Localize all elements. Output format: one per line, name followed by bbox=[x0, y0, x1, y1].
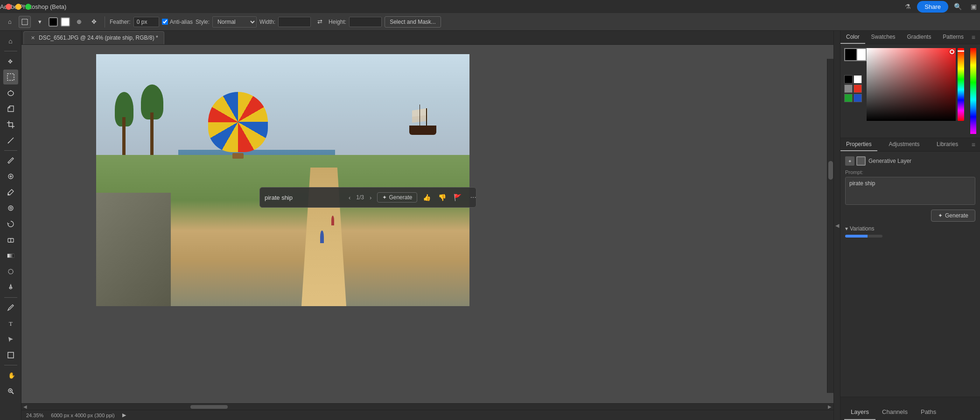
next-variation-button[interactable]: › bbox=[368, 193, 373, 202]
rect-select-tool[interactable] bbox=[3, 70, 18, 84]
wand-small-icon: ✦ bbox=[845, 156, 854, 166]
tab-libraries[interactable]: Libraries bbox=[931, 138, 964, 151]
prompt-textarea[interactable]: pirate ship bbox=[845, 177, 975, 205]
blur-tool[interactable] bbox=[3, 264, 18, 279]
move-tool[interactable]: ✥ bbox=[3, 54, 18, 69]
status-arrow[interactable]: ▶ bbox=[122, 412, 126, 418]
measure-tool[interactable] bbox=[3, 133, 18, 148]
saturation-value-gradient[interactable] bbox=[867, 48, 956, 121]
workspace[interactable]: ‹ 1/3 › ✦ Generate 👍 👎 🚩 ··· bbox=[21, 45, 833, 403]
background-color[interactable] bbox=[61, 17, 70, 27]
mini-swatch-gray[interactable] bbox=[844, 84, 853, 93]
more-options-button[interactable]: ··· bbox=[467, 192, 479, 203]
tab-layers[interactable]: Layers bbox=[844, 405, 875, 420]
generate-action-icon: ✦ bbox=[938, 212, 943, 219]
pen-tool[interactable] bbox=[3, 300, 18, 315]
anti-alias-checkbox[interactable] bbox=[162, 19, 168, 25]
tab-properties[interactable]: Properties bbox=[840, 138, 877, 151]
close-button[interactable] bbox=[6, 4, 12, 10]
tab-color[interactable]: Color bbox=[840, 31, 865, 44]
style-select[interactable]: Normal Fixed Ratio Fixed Size bbox=[212, 16, 257, 28]
tab-adjustments[interactable]: Adjustments bbox=[883, 138, 925, 151]
home-tool[interactable]: ⌂ bbox=[3, 34, 18, 49]
foreground-swatch[interactable] bbox=[844, 48, 857, 61]
select-mask-button[interactable]: Select and Mask... bbox=[385, 16, 441, 28]
gradient-tool[interactable] bbox=[3, 248, 18, 263]
h-scroll-thumb[interactable] bbox=[190, 405, 228, 409]
ship-mast-1 bbox=[420, 105, 420, 126]
scroll-thumb[interactable] bbox=[828, 161, 833, 180]
mini-swatch-green[interactable] bbox=[844, 94, 853, 102]
path-select-tool[interactable] bbox=[3, 332, 18, 347]
mini-swatch-black[interactable] bbox=[844, 75, 853, 84]
heal-tool[interactable] bbox=[3, 169, 18, 184]
research-icon[interactable]: ⚗ bbox=[901, 0, 914, 13]
prev-variation-button[interactable]: ‹ bbox=[347, 193, 352, 202]
tool-separator-4 bbox=[4, 365, 17, 365]
eraser-tool[interactable] bbox=[3, 232, 18, 247]
mini-swatch-red[interactable] bbox=[854, 84, 862, 93]
tab-patterns[interactable]: Patterns bbox=[937, 31, 969, 44]
flag-button[interactable]: 🚩 bbox=[452, 193, 463, 202]
anti-alias-label: Anti-alias bbox=[162, 19, 193, 25]
rect-marquee-btn[interactable] bbox=[19, 16, 31, 28]
zoom-tool[interactable] bbox=[3, 384, 18, 399]
mini-swatch-white[interactable] bbox=[854, 75, 862, 84]
dodge-tool[interactable] bbox=[3, 280, 18, 295]
tab-gradients[interactable]: Gradients bbox=[901, 31, 937, 44]
hue-slider[interactable] bbox=[958, 48, 964, 121]
foreground-color[interactable] bbox=[49, 17, 58, 27]
maximize-button[interactable] bbox=[25, 4, 31, 10]
generate-button[interactable]: ✦ Generate bbox=[377, 192, 417, 203]
clone-stamp-tool[interactable] bbox=[3, 201, 18, 216]
color-panel-options[interactable]: ≡ bbox=[970, 33, 977, 42]
crop-tool[interactable] bbox=[3, 117, 18, 132]
wall-left bbox=[96, 193, 171, 306]
tool-separator-2 bbox=[4, 150, 17, 151]
color-gradient-picker[interactable] bbox=[867, 48, 966, 134]
hand-tool[interactable]: ✋ bbox=[3, 368, 18, 383]
spectrum-strip[interactable] bbox=[970, 48, 976, 134]
tool-separator bbox=[4, 51, 17, 51]
svg-rect-15 bbox=[7, 254, 14, 258]
tab-swatches[interactable]: Swatches bbox=[866, 31, 901, 44]
eyedropper-tool[interactable] bbox=[3, 153, 18, 168]
ship-hull bbox=[409, 126, 436, 134]
document-tab[interactable]: ✕ DSC_6561.JPG @ 24.4% (pirate ship, RGB… bbox=[23, 31, 164, 44]
swap-dimensions-btn[interactable]: ⇄ bbox=[314, 16, 326, 28]
feather-label: Feather: bbox=[110, 19, 131, 25]
object-select-tool[interactable] bbox=[3, 101, 18, 116]
width-input[interactable] bbox=[278, 17, 311, 27]
tab-channels[interactable]: Channels bbox=[875, 405, 914, 420]
tab-paths[interactable]: Paths bbox=[914, 405, 943, 420]
brush-tool[interactable] bbox=[3, 185, 18, 200]
vertical-scrollbar[interactable] bbox=[827, 59, 833, 393]
svg-rect-19 bbox=[8, 352, 14, 358]
share-button[interactable]: Share bbox=[917, 1, 948, 13]
thumbs-up-button[interactable]: 👍 bbox=[421, 193, 433, 202]
type-tool[interactable]: T bbox=[3, 316, 18, 331]
move-tool-2[interactable]: ✥ bbox=[88, 16, 100, 28]
height-input[interactable] bbox=[349, 17, 382, 27]
scroll-left-arrow[interactable]: ◀ bbox=[23, 404, 27, 409]
tab-close-button[interactable]: ✕ bbox=[29, 35, 36, 41]
thumbs-down-button[interactable]: 👎 bbox=[436, 193, 448, 202]
search-icon[interactable]: 🔍 bbox=[951, 0, 964, 13]
history-brush-tool[interactable] bbox=[3, 217, 18, 231]
properties-panel-options[interactable]: ≡ bbox=[970, 140, 977, 149]
prompt-text-input[interactable] bbox=[265, 194, 343, 201]
scroll-right-arrow[interactable]: ▶ bbox=[828, 404, 832, 409]
lasso-tool[interactable] bbox=[3, 85, 18, 100]
new-layer-btn[interactable]: ⊕ bbox=[73, 16, 85, 28]
toolbar-dropdown[interactable]: ▾ bbox=[34, 16, 46, 28]
mini-swatch-blue[interactable] bbox=[854, 94, 862, 102]
variations-label[interactable]: ▾ Variations bbox=[845, 225, 975, 232]
generate-action-button[interactable]: ✦ Generate bbox=[931, 210, 975, 222]
feather-input[interactable] bbox=[133, 17, 159, 27]
minimize-button[interactable] bbox=[15, 4, 21, 10]
shape-tool[interactable] bbox=[3, 348, 18, 363]
horizontal-scrollbar[interactable]: ◀ ▶ bbox=[21, 403, 833, 410]
new-doc-btn[interactable]: ⌂ bbox=[4, 16, 16, 28]
panels-icon[interactable]: ▣ bbox=[967, 0, 980, 13]
panel-collapse-handle[interactable]: ◀ bbox=[833, 31, 840, 420]
